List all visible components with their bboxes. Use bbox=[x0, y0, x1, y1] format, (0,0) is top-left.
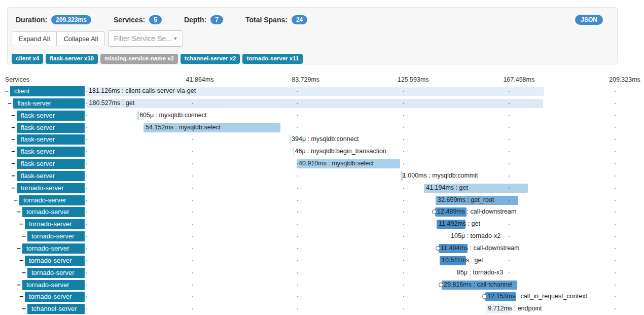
gridline-dot bbox=[403, 139, 404, 140]
collapse-minus-icon[interactable]: − bbox=[10, 147, 16, 157]
row-timeline: 32.659ms : get_root bbox=[86, 194, 615, 206]
json-button[interactable]: JSON bbox=[575, 15, 603, 25]
collapse-minus-icon[interactable]: − bbox=[16, 280, 22, 290]
collapse-minus-icon[interactable]: − bbox=[16, 243, 22, 254]
filter-service-placeholder: Filter Service Se... bbox=[114, 34, 171, 43]
span-bar[interactable] bbox=[455, 268, 455, 277]
span-text: 12.153ms : call_in_request_context bbox=[487, 291, 587, 303]
service-badge[interactable]: missing-service-name x2 bbox=[100, 54, 178, 64]
collapse-minus-icon[interactable]: − bbox=[10, 123, 16, 133]
gridline-dot bbox=[509, 115, 510, 116]
collapse-minus-icon[interactable]: − bbox=[21, 231, 27, 241]
tick-label: 83.729ms bbox=[292, 76, 319, 83]
span-bar[interactable] bbox=[293, 147, 294, 156]
collapse-minus-icon[interactable]: − bbox=[10, 171, 16, 181]
gridline-dot bbox=[403, 188, 404, 189]
gridline-dot bbox=[192, 224, 193, 225]
tick-label: 125.593ms bbox=[398, 76, 429, 83]
row-timeline: 12.153ms : call_in_request_context bbox=[86, 291, 615, 303]
gridline-dot bbox=[403, 91, 404, 92]
gridline-dot bbox=[86, 200, 87, 201]
service-label[interactable]: client bbox=[10, 86, 85, 96]
collapse-minus-icon[interactable]: − bbox=[16, 207, 22, 217]
service-label[interactable]: flask-server bbox=[17, 111, 85, 121]
table-row: −tornado-server11.492ms : get bbox=[0, 218, 644, 230]
stat-0: Duration:209.323ms bbox=[16, 15, 91, 24]
tick-label: 41.864ms bbox=[186, 76, 214, 83]
service-label[interactable]: flask-server bbox=[17, 123, 85, 133]
span-bar[interactable] bbox=[290, 135, 291, 144]
collapse-minus-icon[interactable]: − bbox=[21, 304, 27, 314]
service-label[interactable]: tornado-server bbox=[25, 219, 85, 229]
gridline-dot bbox=[615, 163, 616, 164]
service-label[interactable]: tornado-server bbox=[22, 207, 85, 217]
collapse-minus-icon[interactable]: − bbox=[18, 256, 24, 266]
gridline-dot bbox=[192, 260, 193, 261]
gridline-dot bbox=[86, 115, 87, 116]
service-label[interactable]: tornado-server bbox=[17, 183, 85, 193]
gridline-dot bbox=[403, 236, 404, 237]
gridline-dot bbox=[615, 308, 616, 309]
gridline-dot bbox=[615, 127, 616, 128]
span-text: 181.126ms : client-calls-server-via-get bbox=[89, 85, 196, 97]
annotation-marker-icon bbox=[436, 246, 440, 251]
gridline-dot bbox=[403, 272, 404, 273]
span-bar[interactable] bbox=[449, 232, 449, 241]
row-timeline: 181.126ms : client-calls-server-via-get bbox=[86, 85, 615, 97]
row-timeline: 180.527ms : get bbox=[86, 97, 615, 110]
collapse-minus-icon[interactable]: − bbox=[7, 98, 13, 109]
service-label[interactable]: tornado-server bbox=[22, 243, 85, 254]
span-bar[interactable] bbox=[137, 111, 139, 120]
table-row: −flask-server40.910ms : mysqldb:select bbox=[0, 158, 644, 170]
service-badge[interactable]: tchannel-server x2 bbox=[181, 54, 240, 64]
row-timeline: 9.712ms : endpoint bbox=[86, 303, 615, 315]
collapse-minus-icon[interactable]: − bbox=[10, 134, 16, 145]
service-label[interactable]: flask-server bbox=[17, 171, 85, 181]
gridline-dot bbox=[403, 248, 404, 249]
service-label[interactable]: tornado-server bbox=[25, 256, 85, 266]
gridline-dot bbox=[86, 272, 87, 273]
service-badge[interactable]: flask-server x10 bbox=[46, 54, 98, 64]
stat-label: Duration: bbox=[16, 16, 47, 24]
expand-all-button[interactable]: Expand All bbox=[12, 32, 56, 46]
gridline-dot bbox=[615, 212, 616, 213]
service-label[interactable]: flask-server bbox=[17, 159, 85, 169]
gridline-dot bbox=[403, 200, 404, 201]
collapse-minus-icon[interactable]: − bbox=[4, 86, 10, 96]
gridline-dot bbox=[403, 127, 404, 128]
table-row: −tornado-server41.194ms : get bbox=[0, 182, 644, 194]
service-label[interactable]: tornado-server bbox=[19, 195, 85, 205]
stat-3: Total Spans:24 bbox=[245, 15, 307, 24]
service-label[interactable]: flask-server bbox=[13, 98, 85, 109]
service-label[interactable]: flask-server bbox=[17, 134, 85, 145]
gridline-dot bbox=[615, 296, 616, 297]
span-text: 10.511ms : get bbox=[442, 255, 483, 267]
collapse-minus-icon[interactable]: − bbox=[18, 219, 24, 229]
span-text: 40.910ms : mysqldb:select bbox=[299, 158, 374, 170]
gridline-dot bbox=[192, 285, 193, 286]
collapse-minus-icon[interactable]: − bbox=[10, 111, 16, 121]
gridline-dot bbox=[297, 236, 298, 237]
filter-service-select[interactable]: Filter Service Se... ▼ bbox=[108, 30, 183, 47]
service-label[interactable]: tornado-server bbox=[22, 280, 85, 290]
collapse-minus-icon[interactable]: − bbox=[18, 292, 24, 302]
service-label[interactable]: flask-server bbox=[17, 147, 85, 157]
service-label[interactable]: tornado-server bbox=[27, 268, 85, 278]
service-label[interactable]: tornado-server bbox=[25, 292, 85, 302]
row-timeline: 46μ : mysqldb:begin_transaction bbox=[86, 146, 615, 158]
collapse-minus-icon[interactable]: − bbox=[10, 183, 16, 193]
service-label[interactable]: tchannel-server bbox=[27, 304, 85, 314]
collapse-all-button[interactable]: Collapse All bbox=[56, 32, 104, 46]
collapse-minus-icon[interactable]: − bbox=[21, 268, 27, 278]
span-text: 54.152ms : mysqldb:select bbox=[146, 122, 221, 134]
service-label[interactable]: tornado-server bbox=[27, 231, 85, 241]
service-badge[interactable]: client x4 bbox=[12, 54, 43, 64]
collapse-minus-icon[interactable]: − bbox=[10, 159, 16, 169]
collapse-minus-icon[interactable]: − bbox=[13, 195, 19, 205]
gridline-dot bbox=[192, 236, 193, 237]
service-badge[interactable]: tornado-server x11 bbox=[242, 54, 303, 64]
gridline-dot bbox=[509, 176, 510, 177]
span-bar[interactable] bbox=[87, 99, 543, 108]
gridline-dot bbox=[403, 296, 404, 297]
span-text: 180.527ms : get bbox=[89, 97, 134, 110]
